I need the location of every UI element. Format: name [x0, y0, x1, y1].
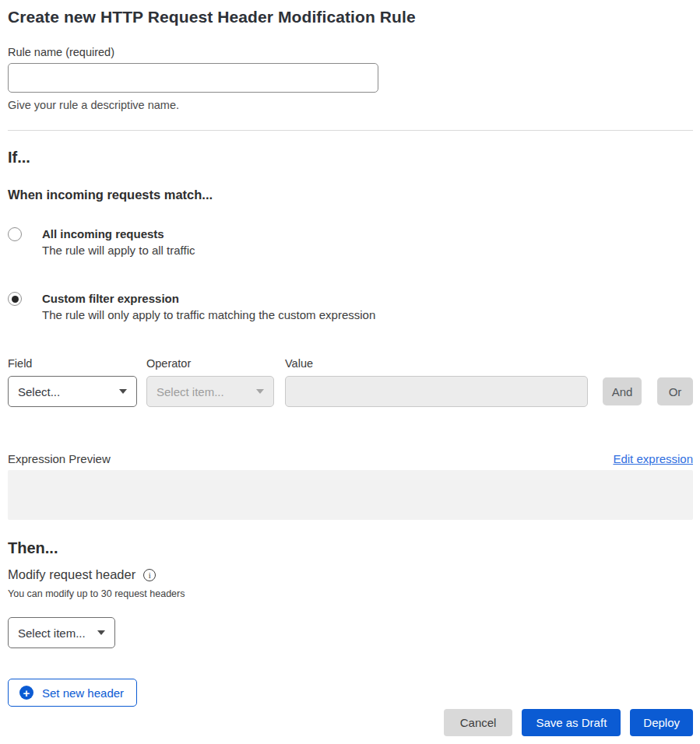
match-subheading: When incoming requests match... [8, 186, 693, 204]
value-label: Value [285, 356, 693, 371]
if-heading: If... [8, 146, 693, 168]
cancel-button[interactable]: Cancel [444, 709, 513, 736]
rule-name-helper: Give your rule a descriptive name. [8, 97, 693, 113]
save-as-draft-button[interactable]: Save as Draft [522, 709, 621, 736]
then-heading: Then... [8, 537, 693, 559]
footer-actions: Cancel Save as Draft Deploy [8, 709, 693, 736]
field-label: Field [8, 356, 146, 371]
header-item-select-value: Select item... [18, 626, 86, 640]
radio-dot [12, 231, 19, 238]
field-select[interactable]: Select... [8, 376, 137, 407]
set-new-header-button[interactable]: + Set new header [8, 679, 137, 707]
radio-label: All incoming requests [42, 226, 195, 242]
radio-button-unselected[interactable] [8, 227, 22, 241]
header-item-select[interactable]: Select item... [8, 617, 115, 648]
radio-label: Custom filter expression [42, 290, 375, 307]
radio-description: The rule will only apply to traffic matc… [42, 307, 375, 323]
rule-name-input[interactable] [8, 63, 378, 93]
section-divider [8, 130, 693, 131]
value-input[interactable] [285, 376, 588, 407]
field-select-value: Select... [18, 385, 60, 398]
radio-text: Custom filter expression The rule will o… [42, 290, 375, 323]
info-icon[interactable]: i [143, 569, 156, 581]
operator-select-value: Select item... [157, 385, 224, 398]
radio-button-selected[interactable] [8, 292, 22, 306]
chevron-down-icon [97, 630, 105, 635]
expression-builder-row: Select... Select item... And Or [8, 376, 693, 407]
create-rule-form: Create new HTTP Request Header Modificat… [0, 0, 700, 736]
rule-name-label: Rule name (required) [8, 44, 693, 60]
chevron-down-icon [256, 389, 264, 394]
operator-select[interactable]: Select item... [146, 376, 274, 407]
chevron-down-icon [119, 389, 127, 394]
expression-builder-labels: Field Operator Value [8, 356, 693, 371]
expression-preview-header: Expression Preview Edit expression [8, 451, 693, 467]
and-button[interactable]: And [603, 377, 642, 405]
expression-preview-label: Expression Preview [8, 451, 111, 467]
or-button[interactable]: Or [657, 377, 693, 405]
page-title: Create new HTTP Request Header Modificat… [8, 6, 693, 28]
edit-expression-link[interactable]: Edit expression [613, 452, 693, 465]
modify-header-row: Modify request header i [8, 566, 693, 584]
radio-option-custom-filter[interactable]: Custom filter expression The rule will o… [8, 290, 693, 323]
modify-header-helper: You can modify up to 30 request headers [8, 588, 693, 601]
radio-description: The rule will apply to all traffic [42, 242, 195, 258]
radio-dot [12, 296, 19, 303]
plus-circle-icon: + [19, 686, 33, 700]
set-new-header-label: Set new header [42, 686, 124, 700]
radio-text: All incoming requests The rule will appl… [42, 226, 195, 258]
expression-preview-box [8, 470, 693, 520]
deploy-button[interactable]: Deploy [630, 709, 693, 736]
radio-option-all-incoming[interactable]: All incoming requests The rule will appl… [8, 226, 693, 258]
operator-label: Operator [146, 356, 285, 371]
modify-header-label: Modify request header [8, 566, 135, 584]
